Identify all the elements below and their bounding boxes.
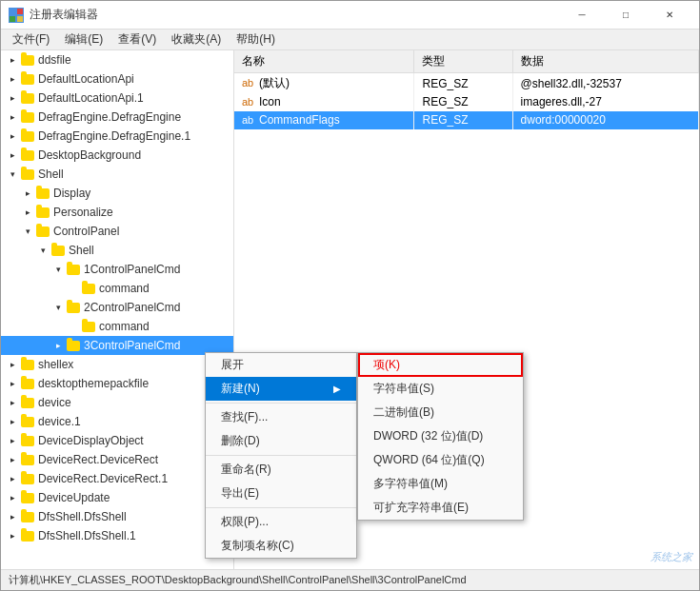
menu-item-H[interactable]: 帮助(H) — [229, 30, 283, 49]
context-menu[interactable]: 展开新建(N)▶查找(F)...删除(D)重命名(R)导出(E)权限(P)...… — [205, 352, 357, 559]
sub-ctx-item-qword[interactable]: QWORD (64 位)值(Q) — [358, 448, 523, 472]
tree-toggle-icon[interactable]: ▸ — [20, 186, 35, 201]
tree-item-DefragEngineDefragEngine1[interactable]: ▸DefragEngine.DefragEngine.1 — [1, 127, 233, 146]
tree-toggle-icon[interactable]: ▸ — [5, 395, 20, 410]
tree-toggle-icon[interactable]: ▸ — [5, 471, 20, 486]
tree-toggle-icon[interactable]: ▾ — [5, 167, 20, 182]
sub-ctx-item-binary[interactable]: 二进制值(B) — [358, 401, 523, 424]
tree-toggle-icon[interactable]: ▸ — [5, 433, 20, 448]
title-left: 注册表编辑器 — [9, 7, 98, 23]
tree-item-Personalize[interactable]: ▸Personalize — [1, 203, 233, 222]
svg-rect-3 — [17, 16, 23, 22]
tree-item-desktopthemepackfile[interactable]: ▸desktopthemepackfile — [1, 374, 233, 393]
tree-toggle-icon[interactable]: ▾ — [20, 224, 35, 239]
ctx-item-new[interactable]: 新建(N)▶ — [206, 377, 356, 401]
tree-item-command[interactable]: command — [1, 279, 233, 298]
close-button[interactable]: ✕ — [648, 1, 691, 30]
tree-toggle-icon[interactable] — [66, 281, 81, 296]
tree-toggle-icon[interactable]: ▾ — [50, 300, 66, 315]
sub-ctx-item-string[interactable]: 字符串值(S) — [358, 377, 523, 401]
menu-item-A[interactable]: 收藏夹(A) — [164, 30, 229, 49]
tree-item-DfsShellDfsShell1[interactable]: ▸DfsShell.DfsShell.1 — [1, 526, 233, 545]
minimize-button[interactable]: ─ — [560, 1, 604, 30]
tree-toggle-icon[interactable]: ▸ — [5, 509, 20, 524]
tree-item-Shell[interactable]: ▾Shell — [1, 241, 233, 260]
tree-toggle-icon[interactable]: ▸ — [5, 52, 20, 68]
ctx-item-expand[interactable]: 展开 — [206, 353, 356, 377]
folder-icon — [20, 376, 35, 391]
tree-item-ddsfile[interactable]: ▸ddsfile — [1, 50, 233, 69]
tree-item-label: DefaultLocationApi.1 — [38, 91, 144, 105]
tree-item-DeviceUpdate[interactable]: ▸DeviceUpdate — [1, 488, 233, 507]
tree-item-DeviceRectDeviceRect1[interactable]: ▸DeviceRect.DeviceRect.1 — [1, 469, 233, 488]
tree-item-Display[interactable]: ▸Display — [1, 184, 233, 203]
sidebar[interactable]: ▸ddsfile▸DefaultLocationApi▸DefaultLocat… — [1, 50, 234, 569]
sub-ctx-item-dword[interactable]: DWORD (32 位)值(D) — [358, 424, 523, 448]
tree-item-label: DeviceDisplayObject — [38, 434, 144, 447]
ctx-item-export[interactable]: 导出(E) — [206, 482, 356, 505]
tree-item-DeviceRectDeviceRect[interactable]: ▸DeviceRect.DeviceRect — [1, 450, 233, 469]
tree-toggle-icon[interactable]: ▾ — [35, 243, 50, 258]
tree-toggle-icon[interactable]: ▸ — [5, 528, 20, 543]
tree-item-DefragEngineDefragEngine[interactable]: ▸DefragEngine.DefragEngine — [1, 108, 233, 127]
ctx-item-find[interactable]: 查找(F)... — [206, 405, 356, 429]
tree-item-label: DeviceUpdate — [38, 491, 110, 504]
tree-item-DfsShellDfsShell[interactable]: ▸DfsShell.DfsShell — [1, 507, 233, 526]
tree-toggle-icon[interactable]: ▾ — [50, 262, 66, 277]
folder-icon — [81, 319, 96, 334]
tree-item-DefaultLocationApi1[interactable]: ▸DefaultLocationApi.1 — [1, 89, 233, 108]
tree-toggle-icon[interactable]: ▸ — [5, 128, 20, 144]
tree-item-device1[interactable]: ▸device.1 — [1, 412, 233, 431]
tree-toggle-icon[interactable]: ▸ — [5, 376, 20, 391]
sub-ctx-item-expand-string[interactable]: 可扩充字符串值(E) — [358, 496, 523, 520]
sub-context-menu[interactable]: 项(K)字符串值(S)二进制值(B)DWORD (32 位)值(D)QWORD … — [357, 352, 524, 521]
ctx-item-rename[interactable]: 重命名(R) — [206, 458, 356, 482]
status-bar: 计算机\HKEY_CLASSES_ROOT\DesktopBackground\… — [1, 569, 699, 590]
tree-toggle-icon[interactable]: ▸ — [20, 205, 35, 220]
menu-item-F[interactable]: 文件(F) — [5, 30, 57, 49]
maximize-button[interactable]: □ — [604, 1, 648, 30]
folder-icon — [35, 224, 50, 239]
tree-item-label: ddsfile — [38, 53, 71, 67]
tree-item-label: DefragEngine.DefragEngine — [38, 110, 181, 124]
tree-toggle-icon[interactable]: ▸ — [5, 414, 20, 429]
menu-item-E[interactable]: 编辑(E) — [57, 30, 110, 49]
table-row[interactable]: abCommandFlags REG_SZ dword:00000020 — [234, 111, 699, 129]
ctx-item-permissions[interactable]: 权限(P)... — [206, 510, 356, 534]
folder-icon — [20, 471, 35, 486]
tree-item-label: DesktopBackground — [38, 148, 141, 162]
svg-rect-0 — [10, 9, 16, 15]
table-row[interactable]: ab(默认) REG_SZ @shell32.dll,-32537 — [234, 73, 699, 94]
table-row[interactable]: abIcon REG_SZ imageres.dll,-27 — [234, 93, 699, 111]
tree-toggle-icon[interactable]: ▸ — [5, 490, 20, 505]
tree-toggle-icon[interactable]: ▸ — [5, 357, 20, 372]
tree-item-3ControlPanelCmd[interactable]: ▸3ControlPanelCmd — [1, 336, 233, 355]
tree-toggle-icon[interactable]: ▸ — [5, 90, 20, 106]
tree-toggle-icon[interactable]: ▸ — [5, 148, 20, 163]
sub-ctx-item-key[interactable]: 项(K) — [358, 353, 523, 377]
ctx-item-delete[interactable]: 删除(D) — [206, 429, 356, 453]
registry-table: 名称 类型 数据 ab(默认) REG_SZ @shell32.dll,-325… — [234, 50, 699, 129]
tree-toggle-icon[interactable]: ▸ — [5, 71, 20, 87]
tree-toggle-icon[interactable]: ▸ — [5, 109, 20, 125]
tree-toggle-icon[interactable] — [66, 319, 81, 334]
tree-item-2ControlPanelCmd[interactable]: ▾2ControlPanelCmd — [1, 298, 233, 317]
tree-item-ControlPanel[interactable]: ▾ControlPanel — [1, 222, 233, 241]
tree-item-device[interactable]: ▸device — [1, 393, 233, 412]
tree-item-DesktopBackground[interactable]: ▸DesktopBackground — [1, 146, 233, 165]
menu-item-V[interactable]: 查看(V) — [110, 30, 164, 49]
tree-item-shellex[interactable]: ▸shellex — [1, 355, 233, 374]
folder-icon — [20, 109, 35, 125]
tree-item-command[interactable]: command — [1, 317, 233, 336]
tree-item-1ControlPanelCmd[interactable]: ▾1ControlPanelCmd — [1, 260, 233, 279]
sub-ctx-item-multi-string[interactable]: 多字符串值(M) — [358, 472, 523, 496]
col-type: 类型 — [414, 50, 512, 73]
svg-rect-2 — [10, 16, 15, 22]
tree-item-label: 3ControlPanelCmd — [84, 339, 180, 352]
tree-toggle-icon[interactable]: ▸ — [5, 452, 20, 467]
tree-toggle-icon[interactable]: ▸ — [50, 338, 66, 353]
tree-item-DeviceDisplayObject[interactable]: ▸DeviceDisplayObject — [1, 431, 233, 450]
ctx-item-copy-name[interactable]: 复制项名称(C) — [206, 534, 356, 558]
tree-item-DefaultLocationApi[interactable]: ▸DefaultLocationApi — [1, 69, 233, 89]
tree-item-Shell[interactable]: ▾Shell — [1, 165, 233, 184]
